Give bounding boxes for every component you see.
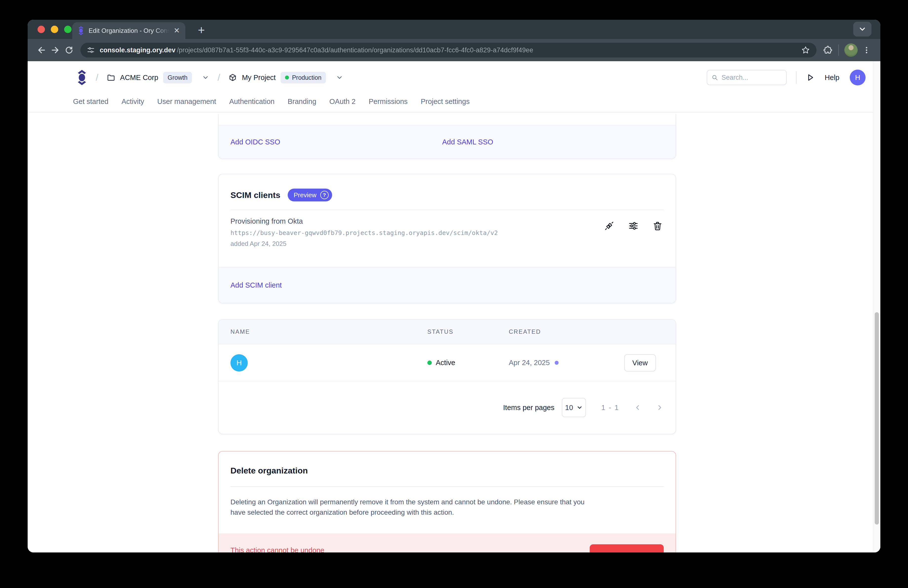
search-icon xyxy=(712,74,718,81)
address-bar[interactable]: console.staging.ory.dev /projects/d087b7… xyxy=(80,43,816,58)
scrollbar-thumb[interactable] xyxy=(875,312,879,525)
breadcrumb-separator: / xyxy=(96,72,98,83)
created-cell: Apr 24, 2025 xyxy=(509,359,559,367)
nav-tab-branding[interactable]: Branding xyxy=(288,98,316,106)
scim-card-header: SCIM clients Preview ? xyxy=(230,188,332,201)
tab-title: Edit Organization - Ory Conso xyxy=(89,27,169,35)
add-saml-sso-link[interactable]: Add SAML SSO xyxy=(442,138,493,146)
previous-page-button[interactable] xyxy=(634,404,642,411)
items-per-page-value: 10 xyxy=(565,404,573,412)
delete-organization-button[interactable]: Delete organization xyxy=(590,544,664,553)
status-dot xyxy=(427,361,432,365)
minimize-window-button[interactable] xyxy=(51,26,58,33)
delete-scim-client-button[interactable] xyxy=(652,221,663,231)
preview-badge[interactable]: Preview ? xyxy=(288,188,332,201)
organization-table-card: NAME STATUS CREATED H Active Apr 24, 202… xyxy=(218,319,676,434)
pagination-range: 1 - 1 xyxy=(601,404,619,412)
chevron-down-icon xyxy=(202,74,209,81)
close-window-button[interactable] xyxy=(37,26,45,33)
browser-profile-avatar[interactable] xyxy=(844,43,858,57)
divider xyxy=(230,209,664,210)
toolbar-divider xyxy=(838,44,839,56)
search-box[interactable] xyxy=(707,70,787,85)
sliders-icon xyxy=(628,221,639,231)
help-link[interactable]: Help xyxy=(824,74,839,82)
status-cell: Active xyxy=(427,359,455,367)
scim-client-added-date: added Apr 24, 2025 xyxy=(230,240,498,248)
divider xyxy=(230,486,664,487)
browser-tab[interactable]: Edit Organization - Ory Conso ✕ xyxy=(72,22,185,39)
nav-tab-oauth2[interactable]: OAuth 2 xyxy=(329,98,356,106)
chevron-right-icon xyxy=(656,404,664,411)
environment-badge: Production xyxy=(280,72,326,84)
tab-strip: Edit Organization - Ory Conso ✕ + xyxy=(27,20,881,39)
extensions-icon[interactable] xyxy=(821,43,835,57)
view-button[interactable]: View xyxy=(624,354,656,372)
configure-button[interactable] xyxy=(628,221,639,231)
delete-warning-text: This action cannot be undone xyxy=(230,546,324,553)
help-circle-icon[interactable]: ? xyxy=(320,191,328,199)
test-connection-button[interactable] xyxy=(604,221,614,231)
scim-card-title: SCIM clients xyxy=(230,190,280,200)
browser-window: Edit Organization - Ory Conso ✕ + xyxy=(27,20,881,553)
plug-icon xyxy=(604,221,614,231)
page-viewport: / ACME Corp Growth / My Project xyxy=(27,61,881,553)
console-header: / ACME Corp Growth / My Project xyxy=(27,61,881,113)
created-date: Apr 24, 2025 xyxy=(509,359,550,367)
table-header-row: NAME STATUS CREATED xyxy=(219,320,676,344)
items-per-page-select[interactable]: 10 xyxy=(562,398,586,417)
chevron-down-icon xyxy=(336,74,343,81)
tab-close-icon[interactable]: ✕ xyxy=(174,27,180,34)
back-button[interactable] xyxy=(35,43,48,57)
site-settings-icon[interactable] xyxy=(87,46,95,54)
header-divider xyxy=(796,71,797,84)
column-header-status: STATUS xyxy=(427,328,454,335)
created-indicator-dot xyxy=(555,361,559,365)
add-scim-client-link[interactable]: Add SCIM client xyxy=(230,281,282,289)
package-icon xyxy=(229,73,237,82)
organization-page: Add OIDC SSO Add SAML SSO SCIM clients P… xyxy=(27,114,881,553)
trash-icon xyxy=(652,221,663,231)
ory-logo[interactable] xyxy=(76,70,87,85)
nav-tab-permissions[interactable]: Permissions xyxy=(369,98,407,106)
nav-tab-user-management[interactable]: User management xyxy=(157,98,216,106)
browser-toolbar: console.staging.ory.dev /projects/d087b7… xyxy=(27,39,881,61)
sso-card-footer: Add OIDC SSO Add SAML SSO xyxy=(219,125,676,158)
zoom-window-button[interactable] xyxy=(64,26,72,33)
playground-icon[interactable] xyxy=(806,73,815,82)
new-tab-button[interactable]: + xyxy=(198,23,205,37)
workspace-switcher[interactable]: ACME Corp Growth xyxy=(107,72,209,84)
breadcrumb-separator: / xyxy=(217,72,221,83)
workspace-plan-badge: Growth xyxy=(163,72,192,84)
project-nav: Get started Activity User management Aut… xyxy=(73,98,470,106)
workspace-name: ACME Corp xyxy=(120,74,158,82)
page-scrollbar[interactable] xyxy=(873,61,881,553)
nav-tab-activity[interactable]: Activity xyxy=(121,98,144,106)
delete-organization-card: Delete organization Deleting an Organiza… xyxy=(218,451,676,553)
delete-card-title: Delete organization xyxy=(230,466,308,475)
search-input[interactable] xyxy=(721,74,782,81)
tab-search-button[interactable] xyxy=(853,22,871,37)
nav-tab-authentication[interactable]: Authentication xyxy=(229,98,275,106)
project-name: My Project xyxy=(242,74,275,82)
header-actions: Help H xyxy=(707,69,866,85)
ory-favicon xyxy=(78,26,84,35)
reload-button[interactable] xyxy=(62,43,76,57)
user-avatar[interactable]: H xyxy=(850,69,866,85)
chevron-down-icon xyxy=(576,404,583,411)
environment-label: Production xyxy=(292,74,322,81)
project-switcher[interactable]: My Project Production xyxy=(229,72,343,84)
bookmark-star-icon[interactable] xyxy=(801,46,810,55)
chevron-down-icon xyxy=(858,25,866,33)
url-path: /projects/d087b7a1-55f3-440c-a3c9-929564… xyxy=(177,47,796,54)
chevron-left-icon xyxy=(634,404,642,411)
nav-tab-get-started[interactable]: Get started xyxy=(73,98,108,106)
add-oidc-sso-link[interactable]: Add OIDC SSO xyxy=(230,138,280,146)
browser-menu-icon[interactable] xyxy=(860,43,873,57)
nav-tab-project-settings[interactable]: Project settings xyxy=(421,98,470,106)
next-page-button[interactable] xyxy=(656,404,664,411)
forward-button[interactable] xyxy=(48,43,62,57)
scim-card-footer: Add SCIM client xyxy=(219,267,676,303)
environment-status-dot xyxy=(285,76,289,79)
breadcrumb: / ACME Corp Growth / My Project xyxy=(76,68,866,87)
